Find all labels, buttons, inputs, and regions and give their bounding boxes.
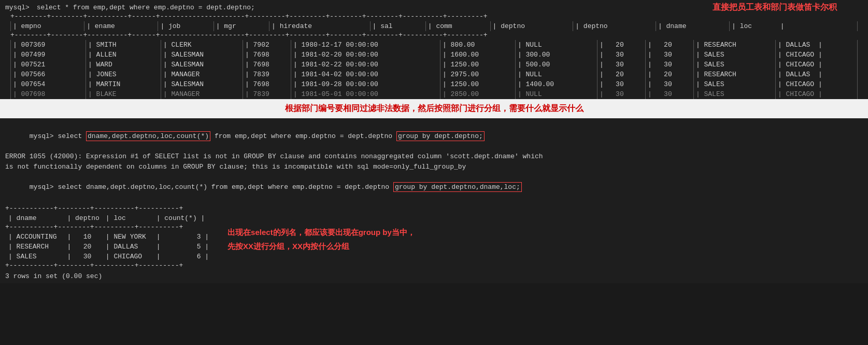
cell: | 30 [645, 89, 693, 99]
col-ename: | ename [84, 21, 158, 31]
col-job: | job [158, 21, 214, 31]
error-line1: ERROR 1055 (42000): Expression #1 of SEL… [5, 151, 863, 162]
cell: | 7839 [243, 89, 291, 99]
bottom-sep3: +-----------+--------+----------+-------… [5, 261, 212, 270]
col-count-h: | count(*) | [153, 213, 208, 223]
table-row: | SALES | 30 | CHICAGO | 6 | [5, 252, 212, 261]
cell: | SALESMAN [161, 79, 243, 89]
cell: | CHICAGO | [775, 60, 857, 70]
cell: | RESEARCH [5, 242, 64, 252]
cell: | CHICAGO | [775, 79, 857, 89]
cell: | 007521 [11, 60, 86, 70]
col-deptno2: | deptno [573, 21, 656, 31]
sep2: +--------+--------+----------+------+---… [10, 31, 858, 40]
col-loc-h: | loc [103, 213, 153, 223]
cell: | NULL [515, 40, 597, 50]
bottom-annotation: 出现在select的列名，都应该要出现在group by当中， 先按XX进行分组… [227, 225, 415, 253]
cell: | 20 [64, 242, 102, 252]
cell: | 1981-02-20 00:00:00 [291, 50, 440, 60]
cell: | 1400.00 [515, 79, 597, 89]
cell: | MANAGER [161, 89, 243, 99]
mysql-prompt: mysql> [5, 4, 30, 11]
cell: | 30 [645, 60, 693, 70]
error-line2: is not functionally dependent on columns… [5, 162, 863, 172]
cell: | 2975.00 [440, 70, 515, 79]
cell: | 1600.00 [440, 50, 515, 60]
cell: | 6 | [153, 252, 212, 261]
cell: | SALES [693, 60, 775, 70]
col-sal: | sal [370, 21, 425, 31]
cell: | SMITH [86, 40, 161, 50]
cell: | 1981-02-22 00:00:00 [291, 60, 440, 70]
cell: | SALES [5, 252, 64, 261]
cell: | 1250.00 [440, 79, 515, 89]
table-header: | empno | ename | job | mgr | hiredate |… [11, 21, 858, 31]
cell: | DALLAS | [775, 70, 857, 79]
col-mgr: | mgr [214, 21, 269, 31]
bottom-content-wrapper: +-----------+--------+----------+-------… [5, 204, 863, 280]
cell: | JONES [86, 70, 161, 79]
cell: | 7698 [243, 60, 291, 70]
cell: | NULL [515, 70, 597, 79]
cell: | 30 [64, 252, 102, 261]
col-empno: | empno [11, 21, 84, 31]
top-query-line: mysql> select * from emp,dept where emp.… [5, 3, 255, 12]
cell: | 007499 [11, 50, 86, 60]
cell: | 30 [645, 50, 693, 60]
table-row: | 007499 | ALLEN | SALESMAN | 7698 | 198… [11, 50, 858, 60]
bottom-table-header: | dname | deptno | loc | count(*) | [5, 213, 208, 223]
cell: | SALES [693, 89, 775, 99]
bottom-sep1: +-----------+--------+----------+-------… [5, 204, 212, 213]
query2-highlight: group by dept.deptno,dname,loc; [393, 182, 522, 192]
table-row: | 007521 | WARD | SALESMAN | 7698 | 1981… [11, 60, 858, 70]
cell: | MARTIN [86, 79, 161, 89]
table-row: | 007369 | SMITH | CLERK | 7902 | 1980-1… [11, 40, 858, 50]
top-query: select * from emp,dept where emp.deptno … [37, 4, 255, 11]
cell: | 10 [64, 232, 102, 242]
cell: | 30 [645, 79, 693, 89]
cell: | SALES [693, 50, 775, 60]
col-comm: | comm [425, 21, 490, 31]
sep1: +--------+--------+----------+------+---… [10, 12, 858, 21]
cell: | DALLAS [103, 242, 153, 252]
query1-middle: from emp,dept where emp.deptno = dept.de… [210, 132, 396, 140]
table-row: | 007698 | BLAKE | MANAGER | 7839 | 1981… [11, 89, 858, 99]
cell: | 1980-12-17 00:00:00 [291, 40, 440, 50]
cell: | CLERK [161, 40, 243, 50]
cell: | 007654 [11, 79, 86, 89]
cell: | 30 [597, 89, 645, 99]
cell: | 7698 [243, 79, 291, 89]
cell: | 1981-09-28 00:00:00 [291, 79, 440, 89]
cell: | SALES [693, 79, 775, 89]
terminal-bottom: mysql> select dname,dept.deptno,loc,coun… [0, 118, 868, 283]
col-dname-h: | dname [5, 213, 64, 223]
cell: | 30 [597, 50, 645, 60]
cell: | 7839 [243, 70, 291, 79]
rows-result: 3 rows in set (0.00 sec) [5, 272, 212, 280]
cell: | RESEARCH [693, 40, 775, 50]
page-wrapper: mysql> select * from emp,dept where emp.… [0, 0, 868, 283]
bottom-table-data: | ACCOUNTING | 10 | NEW YORK | 3 | | RES… [5, 232, 212, 261]
col-dname: | dname [656, 21, 729, 31]
cell: | 1981-05-01 00:00:00 [291, 89, 440, 99]
table-row: | ACCOUNTING | 10 | NEW YORK | 3 | [5, 232, 212, 242]
cell: | ACCOUNTING [5, 232, 64, 242]
cell: | RESEARCH [693, 70, 775, 79]
bottom-header-row: | dname | deptno | loc | count(*) | [5, 213, 208, 223]
top-table-container: +--------+--------+----------+------+---… [5, 12, 863, 99]
cell: | 800.00 [440, 40, 515, 50]
bottom-sep2: +-----------+--------+----------+-------… [5, 223, 212, 232]
query1-prefix: mysql> select [30, 132, 86, 140]
result-table-data: | 007369 | SMITH | CLERK | 7902 | 1980-1… [10, 40, 858, 99]
cell: | 2850.00 [440, 89, 515, 99]
cell: | CHICAGO | [775, 89, 857, 99]
middle-annotation: 根据部门编号要相同过滤非法数据，然后按照部门进行分组，需要什么就显示什么 [0, 99, 868, 118]
col-deptno-h: | deptno [64, 213, 102, 223]
cell: | 30 [597, 60, 645, 70]
cell: | 007369 [11, 40, 86, 50]
cell: | 1981-04-02 00:00:00 [291, 70, 440, 79]
cell: | ALLEN [86, 50, 161, 60]
cell: | CHICAGO [103, 252, 153, 261]
bottom-query1-line: mysql> select dname,dept.deptno,loc,coun… [5, 121, 863, 152]
cell: | SALESMAN [161, 60, 243, 70]
